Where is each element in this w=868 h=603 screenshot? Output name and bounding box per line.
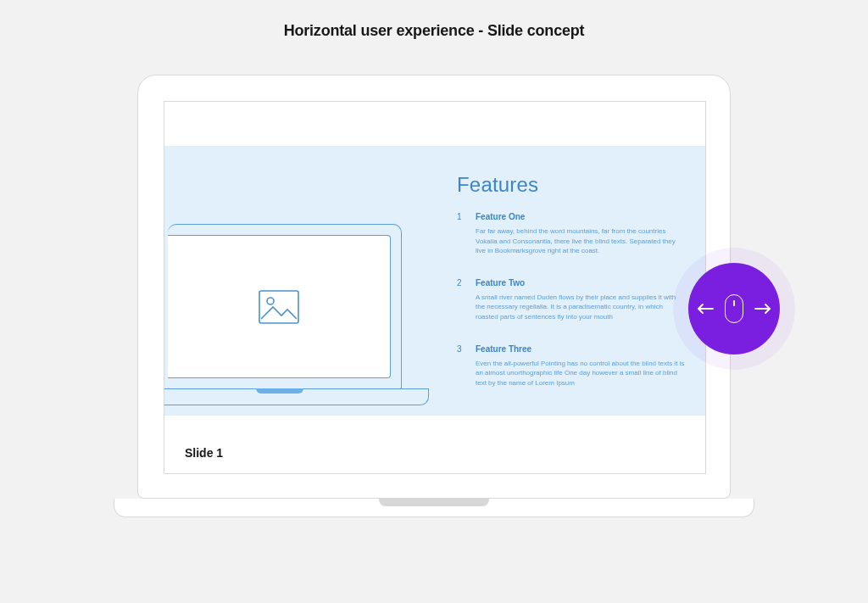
inner-laptop-panel [168, 235, 391, 378]
feature-description: Far far away, behind the word mountains,… [476, 226, 685, 256]
feature-title: Feature Two [476, 278, 685, 288]
features-heading: Features [457, 173, 685, 197]
feature-item: 3 Feature Three Even the all-powerful Po… [457, 344, 685, 388]
feature-item: 1 Feature One Far far away, behind the w… [457, 212, 685, 256]
features-column: Features 1 Feature One Far far away, beh… [457, 173, 685, 410]
feature-item: 2 Feature Two A small river named Duden … [457, 278, 685, 322]
inner-laptop-screen [168, 224, 402, 389]
laptop-base [114, 499, 754, 517]
arrow-right-icon [754, 302, 772, 315]
mouse-scroll-icon [725, 294, 743, 323]
image-placeholder-icon [259, 290, 299, 324]
feature-title: Feature One [476, 212, 685, 221]
feature-number: 3 [457, 344, 465, 388]
slide-canvas: Features 1 Feature One Far far away, beh… [164, 146, 705, 416]
laptop-notch [379, 498, 489, 506]
svg-point-1 [267, 298, 274, 304]
slide-label: Slide 1 [185, 446, 223, 460]
laptop-screen: Features 1 Feature One Far far away, beh… [164, 101, 706, 474]
feature-description: A small river named Duden flows by their… [476, 293, 685, 322]
laptop-body: Features 1 Feature One Far far away, beh… [137, 75, 731, 499]
inner-laptop-illustration [164, 224, 429, 416]
feature-title: Feature Three [476, 344, 685, 354]
svg-rect-0 [259, 291, 298, 323]
feature-number: 1 [457, 212, 465, 256]
feature-number: 2 [457, 278, 465, 322]
feature-description: Even the all-powerful Pointing has no co… [476, 359, 685, 388]
arrow-left-icon [696, 302, 715, 315]
page-title: Horizontal user experience - Slide conce… [0, 22, 868, 40]
laptop-mockup: Features 1 Feature One Far far away, beh… [137, 75, 731, 499]
horizontal-scroll-badge[interactable] [688, 263, 780, 355]
inner-laptop-touchpad [256, 388, 303, 394]
